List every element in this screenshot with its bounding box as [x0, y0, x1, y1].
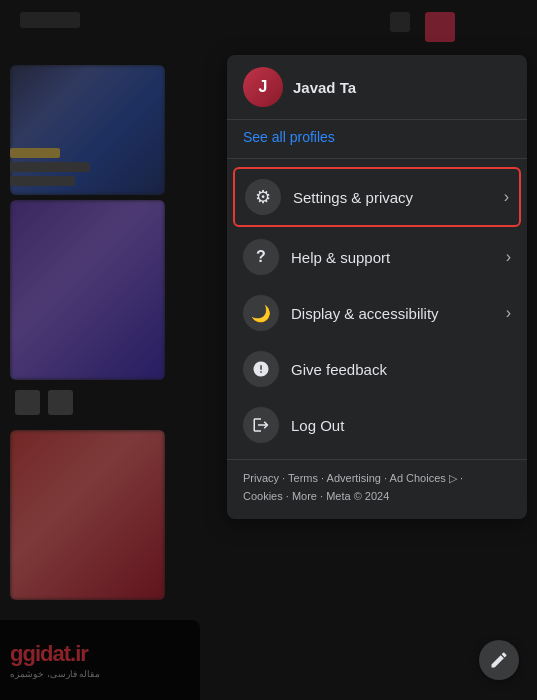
- menu-item-settings-privacy[interactable]: ⚙ Settings & privacy ›: [233, 167, 521, 227]
- menu-item-logout-label: Log Out: [291, 417, 511, 434]
- menu-items-list: ⚙ Settings & privacy › ? Help & support …: [227, 159, 527, 459]
- menu-item-display-label: Display & accessibility: [291, 305, 506, 322]
- profile-name: Javad Ta: [293, 79, 356, 96]
- menu-item-help-label: Help & support: [291, 249, 506, 266]
- menu-item-feedback-label: Give feedback: [291, 361, 511, 378]
- dropdown-menu: J Javad Ta See all profiles ⚙ Settings &…: [227, 55, 527, 519]
- menu-item-display-accessibility[interactable]: 🌙 Display & accessibility ›: [227, 285, 527, 341]
- bottom-right-action-button[interactable]: [479, 640, 519, 680]
- see-all-profiles-link[interactable]: See all profiles: [243, 129, 335, 145]
- menu-item-help-support[interactable]: ? Help & support ›: [227, 229, 527, 285]
- menu-item-settings-label: Settings & privacy: [293, 189, 504, 206]
- footer-adchoices-link[interactable]: Ad Choices ▷: [390, 472, 457, 484]
- footer-more-link[interactable]: More: [292, 490, 317, 502]
- menu-item-log-out[interactable]: Log Out: [227, 397, 527, 453]
- display-icon: 🌙: [243, 295, 279, 331]
- help-arrow-icon: ›: [506, 248, 511, 266]
- settings-icon: ⚙: [245, 179, 281, 215]
- footer-text: Privacy · Terms · Advertising · Ad Choic…: [243, 470, 511, 505]
- menu-item-give-feedback[interactable]: Give feedback: [227, 341, 527, 397]
- logout-icon: [243, 407, 279, 443]
- footer-meta-copyright: Meta © 2024: [326, 490, 389, 502]
- footer-links: Privacy · Terms · Advertising · Ad Choic…: [227, 459, 527, 519]
- footer-advertising-link[interactable]: Advertising: [327, 472, 381, 484]
- feedback-icon: [243, 351, 279, 387]
- see-all-profiles-section: See all profiles: [227, 120, 527, 159]
- settings-arrow-icon: ›: [504, 188, 509, 206]
- help-icon: ?: [243, 239, 279, 275]
- footer-terms-link[interactable]: Terms: [288, 472, 318, 484]
- footer-cookies-link[interactable]: Cookies: [243, 490, 283, 502]
- profile-section: J Javad Ta: [227, 55, 527, 120]
- avatar: J: [243, 67, 283, 107]
- footer-privacy-link[interactable]: Privacy: [243, 472, 279, 484]
- display-arrow-icon: ›: [506, 304, 511, 322]
